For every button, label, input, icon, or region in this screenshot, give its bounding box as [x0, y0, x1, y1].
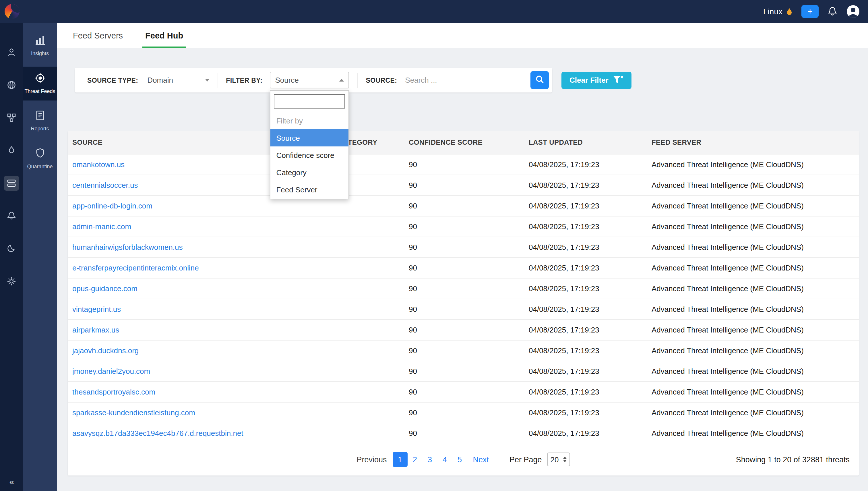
per-page-label: Per Page: [509, 455, 542, 464]
filter-row: SOURCE TYPE: Domain FILTER BY: Source: [74, 68, 859, 92]
source-search-input[interactable]: [399, 76, 531, 84]
sidebar-item-reports[interactable]: Reports: [23, 104, 57, 138]
moon-icon[interactable]: [4, 241, 19, 256]
table-row: sparkasse-kundendienstleistung.com9004/0…: [68, 402, 859, 423]
table-row: opus-guidance.com9004/08/2025, 17:19:23A…: [68, 278, 859, 299]
add-button[interactable]: +: [801, 5, 819, 18]
cell-source: airparkmax.us: [68, 319, 333, 340]
source-link[interactable]: thesandsportroyalsc.com: [72, 387, 155, 396]
cell-last-updated: 04/08/2025, 17:19:23: [524, 175, 647, 195]
source-link[interactable]: sparkasse-kundendienstleistung.com: [72, 408, 195, 416]
source-link[interactable]: omankotown.us: [72, 160, 125, 169]
page-button[interactable]: 2: [407, 452, 422, 467]
cell-feed-server: Advanced Threat Intelligence (ME CloudDN…: [647, 360, 859, 381]
cell-last-updated: 04/08/2025, 17:19:23: [524, 340, 647, 360]
dropdown-option[interactable]: Filter by: [270, 112, 349, 129]
previous-page-button[interactable]: Previous: [357, 455, 387, 464]
clear-filter-button[interactable]: Clear Filter: [562, 71, 631, 89]
table-row: jajaovh.duckdns.org9004/08/2025, 17:19:2…: [68, 340, 859, 360]
tab-feed-hub[interactable]: Feed Hub: [142, 23, 186, 48]
source-link[interactable]: airparkmax.us: [72, 325, 119, 334]
network-nodes-icon[interactable]: [4, 110, 19, 125]
source-type-label: SOURCE TYPE:: [87, 77, 138, 84]
table-body: omankotown.us9004/08/2025, 17:19:23Advan…: [68, 154, 859, 443]
cell-category: [333, 237, 404, 257]
cell-category: [333, 423, 404, 443]
source-type-select[interactable]: Domain: [147, 76, 209, 84]
log-list-icon[interactable]: [4, 176, 19, 191]
page-button[interactable]: 3: [422, 452, 437, 467]
gear-icon[interactable]: [4, 274, 19, 289]
sidebar-item-threat-feeds[interactable]: Threat Feeds: [23, 66, 57, 100]
source-link[interactable]: jajaovh.duckdns.org: [72, 346, 139, 355]
cell-confidence-score: 90: [404, 319, 524, 340]
dropdown-option[interactable]: Source: [270, 129, 349, 146]
table-row: e-transferpayrecipentinteracmix.online90…: [68, 257, 859, 278]
cell-confidence-score: 90: [404, 216, 524, 237]
page-button[interactable]: 5: [452, 452, 467, 467]
source-link[interactable]: vintageprint.us: [72, 305, 121, 313]
pagination: Previous 12345 Next Per Page 20: [68, 443, 859, 475]
dropdown-option[interactable]: Feed Server: [270, 181, 349, 198]
cell-source: e-transferpayrecipentinteracmix.online: [68, 257, 333, 278]
filter-by-select[interactable]: Source Filter bySourceConfidence scoreCa…: [270, 72, 349, 88]
source-link[interactable]: e-transferpayrecipentinteracmix.online: [72, 263, 199, 272]
cell-source: asavysqz.b17da333ec194ec4b767.d.requestb…: [68, 423, 333, 443]
cell-confidence-score: 90: [404, 257, 524, 278]
cell-last-updated: 04/08/2025, 17:19:23: [524, 402, 647, 423]
cell-source: sparkasse-kundendienstleistung.com: [68, 402, 333, 423]
page-button[interactable]: 1: [392, 452, 407, 467]
clear-filter-label: Clear Filter: [569, 76, 608, 84]
source-link[interactable]: asavysqz.b17da333ec194ec4b767.d.requestb…: [72, 429, 243, 438]
dropdown-search-input[interactable]: [274, 94, 345, 109]
source-search-label: SOURCE:: [366, 77, 397, 84]
search-button[interactable]: [531, 71, 549, 89]
fire-icon[interactable]: [4, 143, 19, 158]
app-window: Linux +: [0, 0, 868, 491]
bell-icon[interactable]: [827, 6, 838, 17]
cell-confidence-score: 90: [404, 423, 524, 443]
source-link[interactable]: app-online-db-login.com: [72, 201, 152, 210]
threats-table-card: SOURCE CATEGORY CONFIDENCE SCORE LAST UP…: [68, 131, 859, 475]
source-link[interactable]: opus-guidance.com: [72, 284, 138, 293]
dropdown-option[interactable]: Confidence score: [270, 146, 349, 164]
source-link[interactable]: humanhairwigsforblackwomen.us: [72, 242, 183, 251]
reports-icon: [34, 110, 46, 123]
page-buttons: 12345: [392, 452, 467, 467]
filter-by-label: FILTER BY:: [226, 77, 262, 84]
cell-source: jmoney.daniel2you.com: [68, 360, 333, 381]
cell-confidence-score: 90: [404, 340, 524, 360]
sidebar: Insights Threat Feeds Reports Quarantine: [23, 23, 57, 491]
cell-feed-server: Advanced Threat Intelligence (ME CloudDN…: [647, 154, 859, 175]
cell-source: vintageprint.us: [68, 299, 333, 319]
filter-bar: SOURCE TYPE: Domain FILTER BY: Source: [74, 68, 552, 92]
header-feed-server: FEED SERVER: [647, 131, 859, 154]
sidebar-item-label: Insights: [31, 51, 49, 57]
rail-bell-icon[interactable]: [4, 208, 19, 223]
filter-divider: [357, 73, 358, 88]
dns-globe-icon[interactable]: [4, 78, 19, 92]
cell-category: [333, 299, 404, 319]
cell-confidence-score: 90: [404, 175, 524, 195]
cell-feed-server: Advanced Threat Intelligence (ME CloudDN…: [647, 423, 859, 443]
account-icon[interactable]: [4, 45, 19, 60]
source-link[interactable]: jmoney.daniel2you.com: [72, 367, 150, 375]
filter-by-dropdown: Filter bySourceConfidence scoreCategoryF…: [270, 90, 349, 199]
avatar[interactable]: [846, 5, 860, 18]
sidebar-item-insights[interactable]: Insights: [23, 29, 57, 63]
per-page-select[interactable]: 20: [547, 453, 570, 466]
next-page-button[interactable]: Next: [473, 455, 489, 464]
table-row: centennialsoccer.us9004/08/2025, 17:19:2…: [68, 175, 859, 195]
dropdown-option[interactable]: Category: [270, 164, 349, 181]
source-link[interactable]: admin-manic.com: [72, 222, 131, 231]
cell-category: [333, 360, 404, 381]
tab-feed-servers[interactable]: Feed Servers: [70, 23, 126, 48]
app-logo[interactable]: [5, 4, 20, 19]
page-button[interactable]: 4: [437, 452, 452, 467]
source-link[interactable]: centennialsoccer.us: [72, 181, 138, 189]
sidebar-item-quarantine[interactable]: Quarantine: [23, 142, 57, 176]
cell-source: admin-manic.com: [68, 216, 333, 237]
caret-up-icon: [339, 79, 344, 82]
cell-feed-server: Advanced Threat Intelligence (ME CloudDN…: [647, 402, 859, 423]
collapse-icon[interactable]: «: [9, 476, 14, 486]
